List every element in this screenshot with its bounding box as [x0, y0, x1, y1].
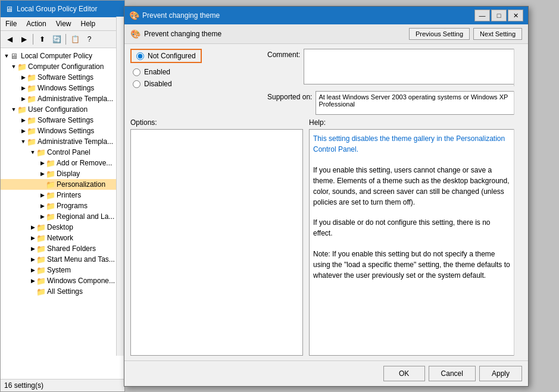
tree-personalization[interactable]: 📁 Personalization: [1, 179, 124, 190]
close-button[interactable]: ✕: [508, 10, 523, 21]
tree-arrow-root: ▼: [3, 53, 10, 59]
disabled-radio[interactable]: [133, 80, 140, 88]
enabled-radio[interactable]: [133, 68, 140, 76]
tree-sw-settings-1[interactable]: ▶ 📁 Software Settings: [1, 72, 124, 83]
toolbar-separator-2: [65, 34, 66, 45]
tree-network[interactable]: ▶ 📁 Network: [1, 233, 124, 243]
tree-start-menu[interactable]: ▶ 📁 Start Menu and Tas...: [1, 254, 124, 265]
help-para-3: If you disable or do not configure this …: [313, 217, 511, 239]
editor-scrollbar[interactable]: [116, 17, 124, 356]
tree-sw-settings-2[interactable]: ▶ 📁 Software Settings: [1, 115, 124, 126]
prev-setting-button[interactable]: Previous Setting: [409, 28, 470, 40]
up-button[interactable]: ⬆: [36, 33, 49, 46]
tree-arrow-desk: ▶: [29, 224, 36, 230]
apply-button[interactable]: Apply: [479, 366, 522, 381]
folder-icon-as: 📁: [36, 287, 46, 296]
tree-arrow-at1: ▶: [20, 96, 27, 102]
tree-arrow-ar: ▶: [39, 160, 46, 166]
tree-computer-config[interactable]: ▼ 📁 Computer Configuration: [1, 61, 124, 72]
options-label: Options:: [130, 118, 303, 127]
back-button[interactable]: ◀: [3, 33, 16, 46]
not-configured-option[interactable]: Not Configured: [130, 49, 202, 63]
tree-add-remove[interactable]: ▶ 📁 Add or Remove...: [1, 158, 124, 168]
tree-arrow-prog: ▶: [39, 203, 46, 209]
tree-system[interactable]: ▶ 📁 System: [1, 265, 124, 275]
tree-windows-comp[interactable]: ▶ 📁 Windows Compone...: [1, 275, 124, 286]
enabled-option[interactable]: Enabled: [133, 68, 261, 76]
folder-icon-pers: 📁: [46, 180, 55, 189]
properties-button[interactable]: 📋: [68, 33, 82, 46]
supported-scrollbar[interactable]: [514, 91, 522, 115]
maximize-button[interactable]: □: [491, 10, 507, 21]
cancel-button[interactable]: Cancel: [429, 366, 476, 381]
folder-icon-desk: 📁: [36, 223, 46, 231]
tree-control-panel[interactable]: ▼ 📁 Control Panel: [1, 147, 124, 158]
folder-icon-sys: 📁: [36, 266, 46, 274]
dialog-title-icon: 🎨: [129, 11, 139, 20]
tree-admin-templ-1[interactable]: ▶ 📁 Administrative Templa...: [1, 93, 124, 104]
forward-button[interactable]: ▶: [17, 33, 30, 46]
dialog-body: Not Configured Enabled Disabled Comment:: [124, 44, 528, 360]
computer-icon-root: 🖥: [10, 52, 20, 60]
radio-section: Not Configured Enabled Disabled: [130, 49, 261, 115]
comment-row: Comment:: [267, 49, 522, 86]
tree-arrow-sw2: ▶: [20, 117, 27, 123]
comment-textarea[interactable]: [304, 49, 522, 84]
supported-field-container: At least Windows Server 2003 operating s…: [316, 91, 522, 115]
help-scrollbar[interactable]: [514, 129, 522, 356]
menu-view[interactable]: View: [54, 18, 74, 29]
folder-icon-prog: 📁: [46, 202, 55, 210]
refresh-button[interactable]: 🔄: [50, 33, 63, 46]
menu-help[interactable]: Help: [79, 18, 98, 29]
tree-shared-folders[interactable]: ▶ 📁 Shared Folders: [1, 243, 124, 254]
options-panel: Options:: [130, 118, 303, 356]
help-container: This setting disables the theme gallery …: [309, 129, 522, 356]
next-setting-button[interactable]: Next Setting: [473, 28, 522, 40]
tree-win-settings-2[interactable]: ▶ 📁 Windows Settings: [1, 126, 124, 136]
ok-button[interactable]: OK: [383, 366, 425, 381]
tree-arrow-reg: ▶: [39, 214, 46, 219]
header-icon: 🎨: [130, 29, 140, 39]
dialog-window: 🎨 Prevent changing theme — □ ✕ 🎨 Prevent…: [124, 6, 529, 387]
help-button[interactable]: ?: [83, 33, 96, 46]
folder-icon-user: 📁: [17, 105, 27, 114]
tree-admin-templ-2[interactable]: ▼ 📁 Administrative Templa...: [1, 136, 124, 147]
folder-icon-comp: 📁: [17, 62, 27, 71]
supported-row: Supported on: At least Windows Server 20…: [267, 91, 522, 115]
tree-arrow-print: ▶: [39, 192, 46, 198]
disabled-option[interactable]: Disabled: [133, 80, 261, 88]
tree-arrow-at2: ▼: [20, 139, 27, 145]
folder-icon-ws1: 📁: [27, 84, 36, 92]
menu-file[interactable]: File: [3, 18, 19, 29]
folder-icon-reg: 📁: [46, 212, 55, 221]
comment-scrollbar[interactable]: [514, 49, 522, 86]
tree-programs[interactable]: ▶ 📁 Programs: [1, 200, 124, 211]
tree-root[interactable]: ▼ 🖥 Local Computer Policy: [1, 51, 124, 61]
help-text-box[interactable]: This setting disables the theme gallery …: [309, 129, 522, 356]
tree-arrow-wc: ▶: [29, 278, 36, 284]
not-configured-radio[interactable]: [136, 52, 144, 60]
menu-action[interactable]: Action: [24, 18, 48, 29]
tree-user-config[interactable]: ▼ 📁 User Configuration: [1, 104, 124, 115]
top-section: Not Configured Enabled Disabled Comment:: [130, 49, 522, 115]
tree-win-settings-1[interactable]: ▶ 📁 Windows Settings: [1, 83, 124, 93]
tree-display[interactable]: ▶ 📁 Display: [1, 168, 124, 179]
help-label: Help:: [309, 118, 522, 127]
editor-tree[interactable]: ▼ 🖥 Local Computer Policy ▼ 📁 Computer C…: [1, 48, 124, 379]
tree-printers[interactable]: ▶ 📁 Printers: [1, 190, 124, 200]
folder-icon-sm: 📁: [36, 255, 46, 264]
tree-arrow-sm: ▶: [29, 256, 36, 262]
tree-arrow-cp: ▼: [29, 149, 36, 155]
tree-all-settings[interactable]: 📁 All Settings: [1, 286, 124, 297]
folder-icon-sw1: 📁: [27, 73, 36, 81]
dialog-footer: OK Cancel Apply: [124, 360, 528, 386]
toolbar-separator-1: [33, 34, 33, 45]
editor-title-text: Local Group Policy Editor: [17, 5, 97, 13]
tree-regional[interactable]: ▶ 📁 Regional and La...: [1, 211, 124, 222]
dialog-header-title: 🎨 Prevent changing theme: [130, 29, 221, 39]
editor-menubar: File Action View Help: [1, 17, 124, 31]
middle-section: Options: Help: This setting disables the…: [130, 118, 522, 356]
dialog-titlebar: 🎨 Prevent changing theme — □ ✕: [124, 7, 528, 24]
minimize-button[interactable]: —: [474, 10, 490, 21]
tree-desktop[interactable]: ▶ 📁 Desktop: [1, 222, 124, 233]
